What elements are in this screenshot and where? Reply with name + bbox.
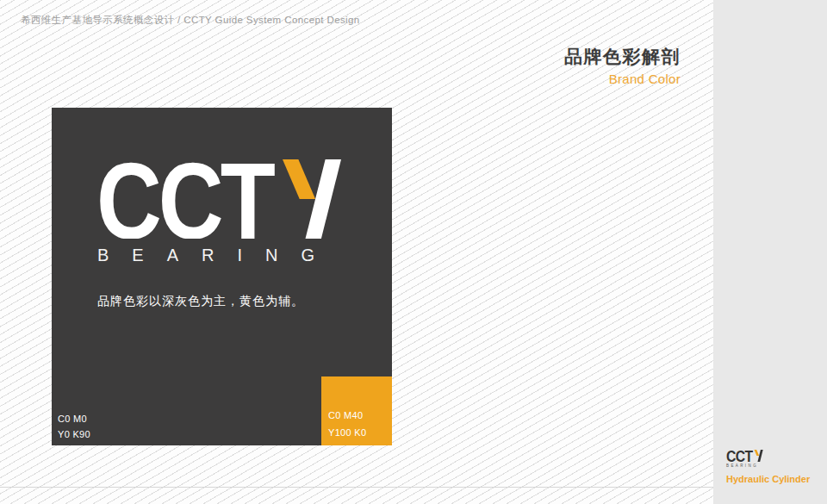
project-header-title: 希西维生产基地导示系统概念设计 / CCTY Guide System Conc…	[21, 14, 360, 27]
y-glyph-icon	[283, 159, 341, 239]
brand-color-card: CCT BEARING 品牌色彩以深灰色为主，黄色为辅。 C0 M0 Y0 K9…	[52, 108, 392, 445]
accent-cmyk-line2: Y100 K0	[328, 424, 366, 441]
ccty-logo-small: CCT	[726, 450, 763, 462]
y-glyph-small-icon	[754, 450, 762, 462]
primary-cmyk-line2: Y0 K90	[58, 427, 90, 443]
primary-cmyk-line1: C0 M0	[58, 412, 90, 427]
bearing-wordmark: BEARING	[97, 246, 338, 265]
section-heading: 品牌色彩解剖 Brand Color	[564, 45, 681, 86]
ccty-logo-small-letters: CCT	[726, 450, 754, 462]
brand-description: 品牌色彩以深灰色为主，黄色为辅。	[97, 294, 304, 309]
footer-bearing-wordmark: BEARING	[726, 464, 821, 468]
ccty-logo: CCT	[96, 159, 343, 239]
footer-tagline: Hydraulic Cylinder	[726, 474, 821, 484]
accent-swatch-cmyk: C0 M40 Y100 K0	[328, 407, 366, 441]
footer-brand-block: CCT BEARING Hydraulic Cylinder	[726, 450, 821, 484]
section-title: 品牌色彩解剖	[564, 45, 681, 69]
slide-canvas: 希西维生产基地导示系统概念设计 / CCTY Guide System Conc…	[0, 0, 827, 504]
section-subtitle: Brand Color	[564, 72, 681, 86]
y-glyph-yellow-arm	[283, 159, 315, 199]
bottom-divider-line	[0, 487, 713, 488]
accent-color-swatch: C0 M40 Y100 K0	[321, 376, 392, 445]
primary-swatch-cmyk: C0 M0 Y0 K90	[58, 412, 90, 442]
accent-cmyk-line1: C0 M40	[328, 407, 366, 424]
y-glyph-small-yellow-arm	[754, 450, 759, 456]
right-side-panel	[713, 0, 827, 504]
ccty-logo-letters: CCT	[96, 159, 275, 239]
